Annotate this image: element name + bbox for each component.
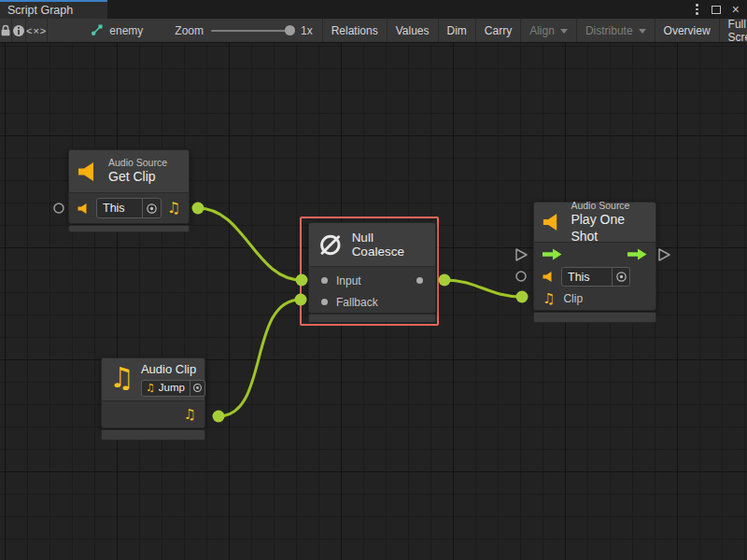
object-picker-icon[interactable] (612, 268, 629, 286)
wire-output-to-clip[interactable] (444, 280, 522, 297)
get-clip-this-port[interactable] (54, 203, 63, 213)
fallback-port-row: Fallback (309, 291, 435, 313)
overview-button[interactable]: Overview (655, 19, 720, 42)
object-picker-icon[interactable] (190, 381, 204, 396)
input-port-label: Input (336, 274, 361, 287)
null-coalesce-icon (317, 231, 344, 259)
audio-clip-field-value: Jump (155, 381, 190, 394)
close-icon[interactable]: × (732, 5, 740, 14)
lock-icon (0, 24, 11, 36)
clip-port-row: ♫ Clip (534, 287, 655, 310)
graph-name: enemy (109, 24, 143, 37)
maximize-icon[interactable] (712, 6, 721, 14)
window-tab-bar: Script Graph × (0, 0, 747, 19)
node-audio-clip[interactable]: ♫ Audio Clip ♫ Jump ♫ (101, 357, 205, 428)
wire-audioclip-to-fallback[interactable] (218, 300, 301, 416)
toolbar-buttons: Relations Values Dim Carry Align Distrib… (322, 19, 747, 42)
zoom-label: Zoom (175, 24, 204, 37)
fullscreen-button[interactable]: Full Screen (720, 19, 747, 42)
values-button[interactable]: Values (388, 19, 439, 42)
zoom-slider[interactable] (211, 30, 293, 32)
node-audio-clip-footer (101, 429, 205, 441)
audio-source-icon (78, 203, 90, 214)
align-label: Align (529, 24, 555, 37)
flow-in-port[interactable] (516, 249, 527, 260)
this-field-value: This (562, 271, 612, 284)
play-one-shot-clip-port[interactable] (516, 291, 529, 303)
node-audio-clip-header: ♫ Audio Clip ♫ Jump (102, 358, 204, 401)
fallback-port-label: Fallback (336, 296, 378, 309)
code-icon: <×> (26, 25, 47, 36)
chevron-down-icon (560, 29, 568, 34)
null-coalesce-output-port[interactable] (439, 274, 451, 287)
this-object-field[interactable]: This (96, 198, 162, 218)
chevron-down-icon (639, 29, 646, 34)
play-one-shot-this-port[interactable] (516, 272, 526, 281)
values-label: Values (396, 24, 430, 37)
node-play-one-shot-footer (533, 312, 656, 323)
fallback-port-icon[interactable] (321, 299, 328, 305)
relations-button[interactable]: Relations (323, 19, 388, 42)
audio-source-icon (78, 162, 100, 181)
info-button[interactable] (12, 19, 26, 42)
clip-port-label: Clip (563, 292, 583, 305)
dim-label: Dim (447, 24, 467, 37)
this-object-field[interactable]: This (561, 267, 630, 287)
node-get-clip-header: Audio Source Get Clip (69, 150, 189, 193)
node-title: Get Clip (108, 169, 167, 186)
audio-source-icon (543, 213, 562, 231)
window-controls: × (694, 0, 747, 19)
node-play-one-shot[interactable]: Audio Source Play One Shot This (533, 202, 656, 311)
result-output-port-icon[interactable] (416, 277, 423, 284)
graph-toolbar: <×> enemy Zoom 1x Relations Values Dim C… (0, 19, 747, 43)
graph-icon (91, 24, 103, 36)
distribute-label: Distribute (585, 24, 633, 37)
object-picker-icon[interactable] (142, 199, 161, 217)
audio-clip-output-row: ♫ (102, 401, 204, 427)
node-get-clip-footer (68, 225, 190, 232)
null-coalesce-fallback-port[interactable] (295, 294, 307, 306)
relations-label: Relations (331, 24, 378, 37)
input-port-icon[interactable] (321, 277, 328, 284)
info-icon (12, 24, 25, 37)
flow-out-port[interactable] (659, 249, 669, 260)
lock-button[interactable] (0, 19, 12, 42)
control-flow-row (534, 243, 655, 266)
tab-script-graph[interactable]: Script Graph (0, 0, 107, 19)
audio-source-icon (543, 272, 555, 282)
zoom-slider-handle[interactable] (285, 25, 295, 35)
audio-clip-type-icon: ♫ (167, 201, 180, 216)
null-coalesce-input-port[interactable] (296, 274, 308, 287)
wire-getclip-to-input[interactable] (198, 208, 302, 280)
zoom-value: 1x (301, 24, 313, 37)
node-get-clip[interactable]: Audio Source Get Clip This ♫ (68, 149, 190, 224)
audio-clip-type-icon: ♫ (146, 383, 155, 393)
dim-button[interactable]: Dim (439, 19, 476, 42)
graph-breadcrumb[interactable]: enemy (91, 19, 143, 42)
graph-canvas[interactable]: Audio Source Get Clip This ♫ (0, 43, 747, 560)
align-dropdown[interactable]: Align (521, 19, 577, 42)
audio-clip-output-port[interactable] (213, 411, 225, 423)
node-title: Audio Clip (141, 362, 205, 377)
node-null-coalesce-header: Null Coalesce (309, 223, 435, 267)
fullscreen-label: Full Screen (728, 18, 747, 44)
code-view-button[interactable]: <×> (26, 19, 48, 42)
audio-clip-type-icon: ♫ (543, 292, 555, 306)
node-null-coalesce[interactable]: Null Coalesce Input Fallback (308, 222, 436, 314)
zoom-control: Zoom 1x (175, 19, 312, 42)
input-port-row: Input (309, 270, 435, 291)
node-category: Audio Source (108, 157, 167, 169)
distribute-dropdown[interactable]: Distribute (577, 19, 655, 42)
get-clip-output-port[interactable] (192, 203, 204, 215)
get-clip-this-row: This ♫ (69, 193, 189, 223)
audio-clip-object-field[interactable]: ♫ Jump (141, 380, 205, 397)
flow-out-arrow-icon[interactable] (627, 248, 647, 260)
node-title: Null Coalesce (352, 231, 426, 259)
flow-in-arrow-icon[interactable] (543, 248, 562, 260)
play-one-shot-this-row: This (534, 266, 655, 287)
node-null-coalesce-footer (308, 314, 436, 323)
carry-button[interactable]: Carry (476, 19, 521, 42)
menu-dots-icon[interactable] (694, 2, 700, 17)
audio-clip-icon: ♫ (109, 364, 134, 392)
node-play-one-shot-header: Audio Source Play One Shot (534, 203, 655, 243)
